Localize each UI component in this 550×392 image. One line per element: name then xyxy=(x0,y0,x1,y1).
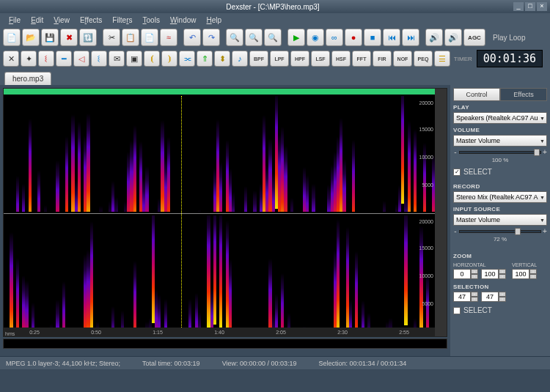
filter-peq-button[interactable]: PEQ xyxy=(414,51,433,67)
filter-fft-button[interactable]: FFT xyxy=(352,51,371,67)
spectrogram-canvas[interactable]: Hz 20000 15000 10000 5000 20000 15000 10… xyxy=(3,88,447,337)
flip-button[interactable]: 🔃 xyxy=(79,29,97,46)
selection-bar[interactable] xyxy=(4,89,435,95)
zoom-in-button[interactable]: 🔍 xyxy=(226,29,243,46)
zoom-h-end[interactable] xyxy=(481,269,499,279)
spin-up-icon[interactable]: ▲ xyxy=(471,269,478,274)
spin-down-icon[interactable]: ▼ xyxy=(471,297,478,302)
play-cue-button[interactable]: ◉ xyxy=(307,29,324,46)
fx-signal-l-icon[interactable]: ⦗ xyxy=(144,51,160,67)
rewind-button[interactable]: ⏮ xyxy=(383,29,400,46)
input-slider[interactable] xyxy=(459,230,541,233)
file-tab[interactable]: hero.mp3 xyxy=(4,72,51,85)
undo-button[interactable]: ↶ xyxy=(183,29,201,46)
speaker-r-button[interactable]: 🔊 xyxy=(444,29,462,46)
spin-down-icon[interactable]: ▼ xyxy=(529,274,537,279)
open-button[interactable]: 📂 xyxy=(22,29,40,46)
menu-file[interactable]: File xyxy=(4,15,25,26)
menu-effects[interactable]: Effects xyxy=(76,15,106,26)
speaker-l-button[interactable]: 🔊 xyxy=(425,29,443,46)
overview-scrollbar[interactable] xyxy=(3,339,447,349)
select-sel-label: SELECT xyxy=(463,306,492,314)
menu-view[interactable]: View xyxy=(49,15,74,26)
fx-signal-r-icon[interactable]: ⦘ xyxy=(161,51,177,67)
spectrogram-left[interactable] xyxy=(4,96,435,212)
fx-wave-red-icon[interactable]: ⧙ xyxy=(38,51,54,67)
filter-hpf-button[interactable]: HPF xyxy=(290,51,309,67)
filter-nof-button[interactable]: NOF xyxy=(393,51,412,67)
menu-bar: File Edit View Effects Filters Tools Win… xyxy=(0,13,550,26)
time-ruler[interactable]: hms 0:25 0:50 1:15 1:40 2:05 2:30 2:55 xyxy=(4,328,435,336)
filter-hsf-button[interactable]: HSF xyxy=(331,51,351,67)
select-play-checkbox[interactable]: ✓ xyxy=(453,169,461,176)
mix-button[interactable]: ≈ xyxy=(160,29,177,46)
spectrogram-right[interactable] xyxy=(4,215,435,331)
new-button[interactable]: 📄 xyxy=(3,29,21,46)
spin-up-icon[interactable]: ▲ xyxy=(499,292,506,297)
delete-button[interactable]: ✖ xyxy=(60,29,78,46)
fx-fade-icon[interactable]: ◁ xyxy=(73,51,89,67)
filter-fir-button[interactable]: FIR xyxy=(373,51,392,67)
menu-edit[interactable]: Edit xyxy=(26,15,48,26)
filter-lpf-button[interactable]: LPF xyxy=(270,51,289,67)
spin-down-icon[interactable]: ▼ xyxy=(499,274,506,279)
vol-plus-icon[interactable]: + xyxy=(543,148,547,156)
fx-boost-icon[interactable]: ⇑ xyxy=(197,51,213,67)
volume-slider[interactable] xyxy=(459,151,541,154)
zoom-out-button[interactable]: 🔍 xyxy=(245,29,263,46)
filter-bpf-button[interactable]: BPF xyxy=(249,51,268,67)
menu-filters[interactable]: Filters xyxy=(108,15,136,26)
cut-button[interactable]: ✂ xyxy=(103,29,120,46)
spin-down-icon[interactable]: ▼ xyxy=(471,274,478,279)
tab-effects[interactable]: Effects xyxy=(500,88,547,101)
in-plus-icon[interactable]: + xyxy=(543,227,547,235)
save-button[interactable]: 💾 xyxy=(41,29,59,46)
copy-button[interactable]: 📋 xyxy=(122,29,139,46)
zoom-sel-button[interactable]: 🔍 xyxy=(264,29,282,46)
menu-window[interactable]: Window xyxy=(166,15,201,26)
record-button[interactable]: ● xyxy=(345,29,362,46)
zoom-v[interactable] xyxy=(512,269,529,279)
close-button[interactable]: × xyxy=(537,2,547,11)
fx-music-icon[interactable]: ♪ xyxy=(232,51,248,67)
play-button[interactable]: ▶ xyxy=(287,29,305,46)
loop-button[interactable]: ∞ xyxy=(326,29,343,46)
input-device-select[interactable]: Master Volume xyxy=(453,214,547,226)
menu-help[interactable]: Help xyxy=(202,15,226,26)
hz-tick: 15000 xyxy=(419,245,433,251)
agc-button[interactable]: AGC xyxy=(463,29,485,46)
fx-list-icon[interactable]: ☰ xyxy=(434,51,450,67)
volume-device-select[interactable]: Master Volume xyxy=(453,135,547,147)
fx-shape-icon[interactable]: ▣ xyxy=(126,51,142,67)
play-device-select[interactable]: Speakers (Realtek AC97 Au xyxy=(453,112,547,124)
fx-compress-icon[interactable]: ⬍ xyxy=(214,51,230,67)
sel-end[interactable] xyxy=(481,292,499,302)
record-device-select[interactable]: Stereo Mix (Realtek AC97 A xyxy=(453,191,547,203)
control-panel: Control Effects PLAY Speakers (Realtek A… xyxy=(450,85,550,356)
minimize-button[interactable]: _ xyxy=(513,2,524,11)
vol-minus-icon[interactable]: - xyxy=(453,148,458,156)
sel-start[interactable] xyxy=(453,292,471,302)
playhead-cursor[interactable] xyxy=(181,96,182,329)
spin-up-icon[interactable]: ▲ xyxy=(471,292,478,297)
fx-center-icon[interactable]: ✦ xyxy=(21,51,37,67)
spin-up-icon[interactable]: ▲ xyxy=(529,269,537,274)
menu-tools[interactable]: Tools xyxy=(139,15,164,26)
tab-control[interactable]: Control xyxy=(453,88,500,101)
spin-up-icon[interactable]: ▲ xyxy=(499,269,506,274)
fx-crossfade-icon[interactable]: ✕ xyxy=(3,51,19,67)
in-minus-icon[interactable]: - xyxy=(453,227,458,235)
stop-button[interactable]: ■ xyxy=(364,29,381,46)
select-sel-checkbox[interactable] xyxy=(453,307,461,314)
forward-button[interactable]: ⏭ xyxy=(402,29,419,46)
zoom-h-start[interactable] xyxy=(453,269,471,279)
fx-wave-blue-icon[interactable]: ⧙ xyxy=(91,51,107,67)
fx-normalize-icon[interactable]: ━ xyxy=(56,51,72,67)
redo-button[interactable]: ↷ xyxy=(202,29,220,46)
maximize-button[interactable]: □ xyxy=(525,2,535,11)
spin-down-icon[interactable]: ▼ xyxy=(499,297,506,302)
fx-link-icon[interactable]: ⫘ xyxy=(179,51,195,67)
fx-mail-icon[interactable]: ✉ xyxy=(109,51,125,67)
filter-lsf-button[interactable]: LSF xyxy=(311,51,330,67)
paste-button[interactable]: 📄 xyxy=(141,29,158,46)
